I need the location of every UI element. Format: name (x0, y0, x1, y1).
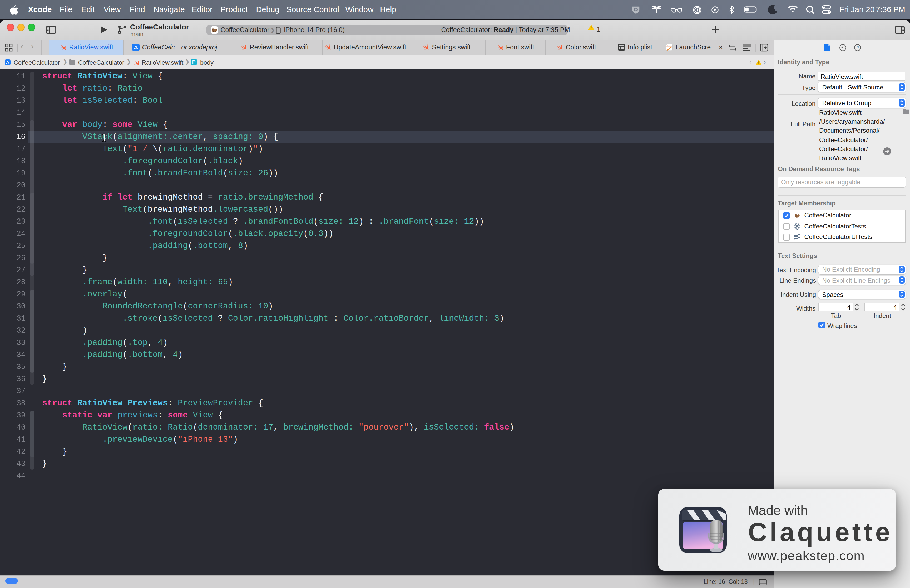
svg-text:?: ? (856, 45, 858, 50)
